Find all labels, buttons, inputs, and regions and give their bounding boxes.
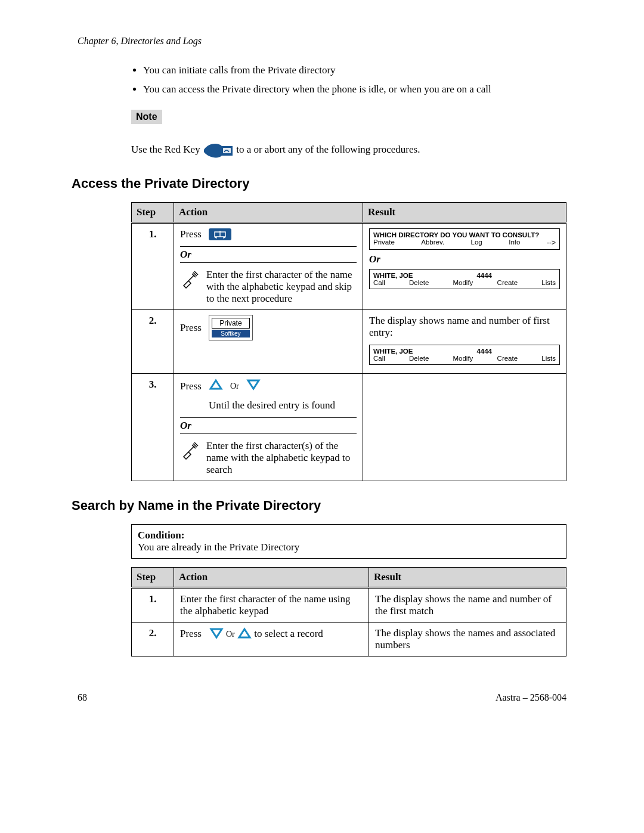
bullet-item: You can initiate calls from the Private … [143, 64, 566, 76]
display-opt: Log [471, 239, 482, 247]
note-text: Use the Red Key to a or abort any of the… [131, 141, 566, 159]
display-name: WHITE, JOE [373, 348, 413, 355]
table-row: 1. Enter the first character of the name… [132, 588, 566, 623]
alt-text: Enter the first character(s) of the name… [206, 440, 357, 476]
condition-text: You are already in the Private Directory [138, 541, 560, 553]
page-footer: 68 Aastra – 2568-004 [78, 692, 566, 703]
step-num: 2. [132, 310, 174, 374]
step-num: 1. [132, 223, 174, 310]
action-cell: Press Private Softkey [174, 310, 363, 374]
section-heading-access: Access the Private Directory [72, 176, 590, 191]
col-action: Action [174, 568, 369, 588]
section-heading-search: Search by Name in the Private Directory [72, 498, 590, 513]
display-opt: Call [373, 355, 385, 362]
red-key-icon [203, 141, 234, 159]
action-cell: Enter the first character of the name us… [174, 588, 369, 623]
result-cell: The display shows the name and number of… [369, 588, 566, 623]
col-action: Action [174, 203, 363, 223]
directory-key-icon [209, 228, 231, 240]
col-step: Step [132, 203, 174, 223]
display-opt: Delete [409, 279, 429, 286]
bullet-list: You can initiate calls from the Private … [131, 64, 566, 95]
softkey-top: Private [212, 318, 250, 329]
or-result: Or [369, 253, 560, 265]
phone-display: WHICH DIRECTORY DO YOU WANT TO CONSULT? … [369, 228, 560, 250]
display-opt: Create [497, 279, 518, 286]
press-label: Press [180, 322, 202, 334]
display-opt: Abbrev. [421, 239, 444, 247]
softkey-bottom: Softkey [212, 330, 250, 337]
action-cell: Press Or Enter the first character of th… [174, 223, 363, 310]
nav-up-icon [237, 627, 252, 642]
display-number: 4444 [476, 348, 492, 355]
display-name: WHITE, JOE [373, 272, 413, 279]
press-label: Press [180, 628, 202, 639]
nav-up-icon [209, 379, 223, 394]
tail-text: to select a record [254, 628, 323, 639]
display-opt: Delete [409, 355, 429, 362]
step-num: 2. [132, 623, 174, 657]
chapter-header: Chapter 6, Directories and Logs [78, 36, 590, 47]
procedure-table-access: Step Action Result 1. Press Or Ent [131, 202, 566, 481]
display-number: 4444 [476, 272, 492, 279]
result-text: The display shows name and number of fir… [369, 315, 560, 339]
action-cell: Press Or to select a record [174, 623, 369, 657]
col-result: Result [363, 203, 566, 223]
display-opt: Create [497, 355, 518, 362]
until-text: Until the desired entry is found [209, 400, 357, 411]
table-row: 2. Press Or to select a record The displ… [132, 623, 566, 657]
action-cell: Press Or Until the desired entry is foun… [174, 374, 363, 481]
private-softkey-icon: Private Softkey [209, 315, 253, 340]
condition-label: Condition: [138, 529, 560, 541]
display-opt: Info [509, 239, 520, 247]
nav-down-icon [209, 627, 224, 642]
table-row: 2. Press Private Softkey The display sho… [132, 310, 566, 374]
or-inline: Or [230, 382, 239, 391]
result-cell: The display shows name and number of fir… [363, 310, 566, 374]
result-cell: The display shows the names and associat… [369, 623, 566, 657]
table-row: 3. Press Or Until the desired entry is f… [132, 374, 566, 481]
display-opt: Lists [541, 279, 556, 286]
note-before: Use the Red Key [131, 144, 203, 155]
display-opt: Private [373, 239, 395, 247]
condition-box: Condition: You are already in the Privat… [131, 524, 566, 559]
page-number: 68 [78, 692, 87, 703]
display-opt: Modify [453, 355, 473, 362]
display-opt: Modify [453, 279, 473, 286]
book-id: Aastra – 2568-004 [496, 692, 566, 703]
or-inline: Or [226, 630, 235, 639]
alt-text: Enter the first character of the name wi… [206, 269, 357, 305]
hand-icon [180, 269, 200, 292]
display-opt: Call [373, 279, 385, 286]
step-num: 1. [132, 588, 174, 623]
or-divider: Or [180, 417, 357, 434]
hand-icon [180, 440, 200, 463]
note-label: Note [131, 110, 162, 124]
col-result: Result [369, 568, 566, 588]
step-num: 3. [132, 374, 174, 481]
or-divider: Or [180, 246, 357, 263]
procedure-table-search: Step Action Result 1. Enter the first ch… [131, 567, 566, 657]
note-after: to a or abort any of the following proce… [236, 144, 420, 155]
press-label: Press [180, 380, 202, 392]
table-row: 1. Press Or Enter the first character of… [132, 223, 566, 310]
display-title: WHICH DIRECTORY DO YOU WANT TO CONSULT? [373, 231, 556, 239]
bullet-item: You can access the Private directory whe… [143, 83, 566, 95]
display-opt: Lists [541, 355, 556, 362]
phone-display: WHITE, JOE 4444 Call Delete Modify Creat… [369, 345, 560, 365]
result-cell [363, 374, 566, 481]
display-arrow-icon: --> [547, 239, 556, 247]
press-label: Press [180, 228, 202, 240]
col-step: Step [132, 568, 174, 588]
nav-down-icon [246, 379, 261, 394]
phone-display: WHITE, JOE 4444 Call Delete Modify Creat… [369, 269, 560, 289]
result-cell: WHICH DIRECTORY DO YOU WANT TO CONSULT? … [363, 223, 566, 310]
